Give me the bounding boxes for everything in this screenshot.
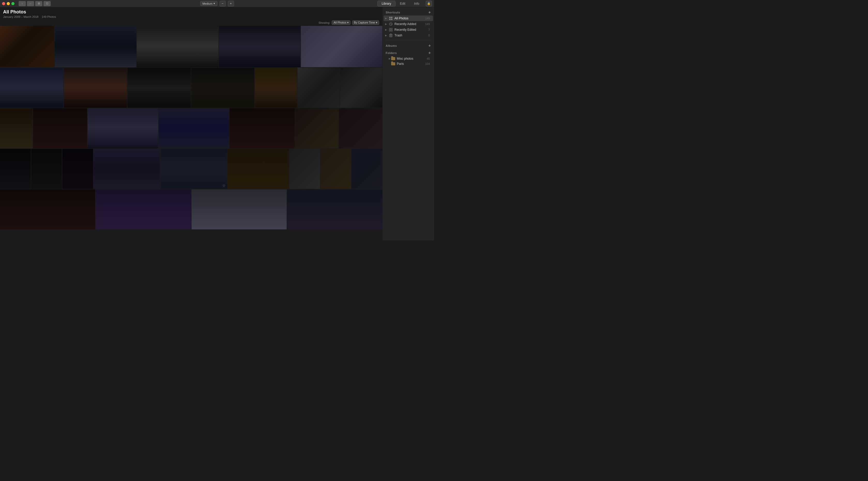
- grid-view-button[interactable]: ⊞: [35, 1, 42, 6]
- sidebar-item-paris[interactable]: ▶ Paris 104: [383, 61, 433, 66]
- shortcuts-label: Shortcuts: [386, 11, 400, 14]
- misc-photos-label: Misc photos: [397, 57, 426, 60]
- photo-item[interactable]: [94, 149, 160, 189]
- photo-item[interactable]: [339, 108, 382, 148]
- photo-item[interactable]: [96, 189, 191, 229]
- svg-rect-3: [391, 19, 392, 20]
- sidebar-item-all-photos[interactable]: ▶ All Photos 149: [383, 15, 433, 21]
- photo-item[interactable]: [287, 189, 382, 229]
- photo-item[interactable]: [229, 108, 294, 148]
- minimize-button[interactable]: [7, 2, 10, 5]
- medium-dropdown[interactable]: Medium ▾: [200, 1, 217, 6]
- albums-add-button[interactable]: +: [428, 44, 431, 48]
- maximize-button[interactable]: [11, 2, 14, 5]
- photo-area: All Photos January 2009 – March 2018 149…: [0, 7, 382, 241]
- photo-item[interactable]: [191, 68, 255, 108]
- sidebar-item-trash[interactable]: ▶ Trash 0: [383, 33, 433, 38]
- photo-item[interactable]: [33, 108, 87, 148]
- showing-dropdown[interactable]: All Photos ▾: [332, 21, 350, 25]
- expand-icon: ▶: [385, 34, 387, 37]
- sidebar-item-recently-edited[interactable]: ▶ Recently Edited 7: [383, 27, 433, 33]
- photo-item[interactable]: [340, 68, 382, 108]
- photo-item[interactable]: [0, 149, 31, 189]
- traffic-lights: [2, 2, 14, 5]
- shortcuts-section-header: Shortcuts +: [382, 8, 434, 15]
- date-range: January 2009 – March 2018: [3, 15, 38, 18]
- folders-section-header: Folders +: [382, 49, 434, 56]
- zoom-in-button[interactable]: +: [228, 1, 234, 6]
- svg-rect-7: [389, 28, 391, 29]
- folder-icon: [391, 62, 395, 65]
- close-button[interactable]: [2, 2, 5, 5]
- photo-item-selected[interactable]: [255, 68, 297, 108]
- photo-item[interactable]: [62, 149, 93, 189]
- svg-rect-1: [391, 17, 392, 18]
- recently-edited-icon: [389, 28, 393, 32]
- photo-item[interactable]: [298, 68, 340, 108]
- folders-label: Folders: [386, 52, 397, 55]
- photo-item[interactable]: [227, 149, 289, 189]
- folder-icon: [391, 57, 395, 60]
- photo-item[interactable]: [159, 108, 229, 148]
- photo-item[interactable]: [31, 149, 62, 189]
- svg-line-6: [391, 24, 392, 25]
- grid-row: [0, 68, 382, 108]
- folders-add-button[interactable]: +: [428, 51, 431, 55]
- photo-item[interactable]: [320, 149, 351, 189]
- toolbar-center: Medium ▾ − +: [200, 1, 234, 6]
- lock-icon: 🔒: [426, 1, 432, 6]
- photo-toolbar: Showing: All Photos ▾ By Capture Time ▾: [0, 20, 382, 26]
- sidebar-divider: [386, 40, 431, 40]
- expand-icon: ▶: [385, 17, 387, 20]
- photo-item[interactable]: [137, 26, 218, 67]
- photo-item[interactable]: [0, 108, 33, 148]
- page-title: All Photos: [3, 9, 379, 15]
- photo-item[interactable]: [88, 108, 158, 148]
- photo-item[interactable]: [295, 108, 339, 148]
- heart-icon: ♡: [222, 184, 225, 188]
- photo-item[interactable]: [55, 26, 136, 67]
- back-button[interactable]: ←: [27, 1, 34, 6]
- tab-edit[interactable]: Edit: [396, 1, 410, 6]
- trash-count: 0: [428, 34, 430, 37]
- photo-item[interactable]: [191, 189, 287, 229]
- expand-icon: ▶: [389, 57, 391, 60]
- sidebar-item-recently-added[interactable]: ▶ Recently Added 149: [383, 21, 433, 27]
- paris-label: Paris: [397, 62, 424, 66]
- expand-icon: ▶: [385, 23, 387, 25]
- photo-header: All Photos January 2009 – March 2018 149…: [0, 7, 382, 20]
- recently-added-icon: [389, 22, 393, 26]
- photo-item[interactable]: [219, 26, 300, 67]
- sidebar-item-misc-photos[interactable]: ▶ Misc photos 45: [383, 56, 433, 61]
- trash-icon: [389, 33, 393, 37]
- photo-count: 149 Photos: [42, 15, 56, 18]
- tab-info[interactable]: Info: [410, 1, 424, 6]
- paris-count: 104: [425, 62, 430, 65]
- svg-rect-0: [389, 17, 391, 18]
- titlebar: ↑ ← ⊞ ⊡ Medium ▾ − + Library Edit Info 🔒: [0, 0, 434, 7]
- photo-item[interactable]: [289, 149, 320, 189]
- tab-library[interactable]: Library: [377, 1, 396, 6]
- grid-row: [0, 108, 382, 148]
- expand-icon: ▶: [385, 28, 387, 31]
- view-toggle-button[interactable]: ⊡: [43, 1, 51, 6]
- svg-rect-8: [391, 28, 392, 29]
- svg-rect-10: [391, 30, 392, 31]
- svg-rect-2: [389, 19, 391, 20]
- grid-row: [0, 26, 382, 67]
- photo-item[interactable]: [301, 26, 382, 67]
- shortcuts-add-button[interactable]: +: [428, 10, 431, 14]
- upload-icon[interactable]: ↑: [19, 1, 26, 6]
- tab-bar: Library Edit Info 🔒: [377, 1, 432, 6]
- photo-item[interactable]: ♡: [160, 149, 227, 189]
- photo-item[interactable]: [127, 68, 191, 108]
- sort-dropdown[interactable]: By Capture Time ▾: [352, 21, 379, 25]
- photo-item[interactable]: [351, 149, 382, 189]
- recently-edited-label: Recently Edited: [395, 28, 427, 32]
- zoom-out-button[interactable]: −: [219, 1, 226, 6]
- photo-item[interactable]: [64, 68, 127, 108]
- photo-item[interactable]: [0, 189, 95, 229]
- photo-item[interactable]: [0, 68, 63, 108]
- photo-item[interactable]: [0, 26, 54, 67]
- recently-edited-count: 7: [428, 28, 430, 31]
